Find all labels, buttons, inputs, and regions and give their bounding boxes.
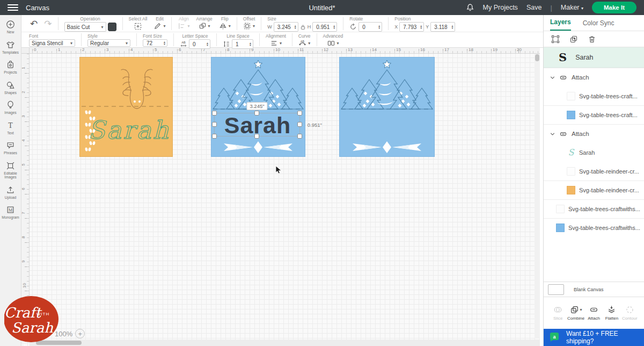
color-swatch[interactable]: [108, 23, 116, 31]
zoom-in-button[interactable]: +: [75, 329, 85, 338]
layer-row[interactable]: Svg-table-trees-craftwiths...: [544, 199, 644, 218]
sidebar-item-label: Shapes: [4, 91, 17, 95]
layer-group-attach[interactable]: Attach: [544, 68, 644, 86]
rotate-icon[interactable]: [349, 23, 357, 31]
sidebar-item-templates[interactable]: Templates: [0, 38, 21, 58]
line-space-input[interactable]: 1 ▲▼: [232, 39, 253, 49]
selection-handle[interactable]: [297, 111, 302, 116]
flatten-tool-button[interactable]: Flatten: [603, 305, 620, 321]
horizontal-scrollbar[interactable]: [30, 340, 540, 346]
blank-canvas-row[interactable]: Blank Canvas: [544, 282, 644, 297]
sidebar-item-upload[interactable]: Upload: [0, 183, 21, 203]
ruler-number: 4: [21, 139, 26, 141]
promo-banner[interactable]: a Want £10 + FREE shipping?: [544, 329, 644, 346]
hamburger-menu-icon[interactable]: [8, 4, 18, 11]
letter-space-group: Letter Space AB 0 ▲▼: [177, 32, 214, 47]
position-y-input[interactable]: 3.118 ▲▼: [430, 22, 455, 32]
ruler-number: 5: [155, 47, 157, 52]
height-input[interactable]: 0.951 ▲▼: [312, 22, 337, 32]
duplicate-icon[interactable]: [569, 35, 578, 44]
layer-row[interactable]: Svg-table-trees-craft...: [544, 86, 644, 105]
layer-row[interactable]: Svg-table-trees-craft...: [544, 105, 644, 124]
layers-panel: Layers Color Sync ▲ S S: [543, 15, 644, 346]
trash-icon[interactable]: [588, 35, 596, 44]
sidebar-item-editable-images[interactable]: EditableImages: [0, 158, 21, 183]
selection-handle[interactable]: [297, 122, 302, 127]
stepper[interactable]: ▲▼: [206, 42, 209, 46]
attach-tool-button[interactable]: Attach: [585, 305, 603, 321]
chevron-down-icon[interactable]: [549, 131, 556, 138]
layer-row-selected[interactable]: S Sarah: [544, 47, 644, 68]
position-x-input[interactable]: 7.793 ▲▼: [399, 22, 424, 32]
sidebar-item-text[interactable]: T Text: [0, 118, 21, 139]
selection-handle[interactable]: [254, 111, 259, 116]
chevron-down-icon[interactable]: [549, 74, 556, 81]
combine-tool-button[interactable]: ▾ Combine: [567, 305, 584, 321]
undo-button[interactable]: ↶: [27, 15, 41, 32]
operation-group: Operation Basic Cut▾: [61, 15, 120, 32]
my-projects-link[interactable]: My Projects: [483, 4, 518, 11]
stepper[interactable]: ▲▼: [249, 42, 252, 46]
layer-row[interactable]: Svg-table-reindeer-cr...: [544, 162, 644, 181]
select-all-icon: [134, 22, 142, 31]
font-size-input[interactable]: 72 ▲▼: [143, 39, 167, 47]
stepper[interactable]: ▲▼: [378, 25, 380, 29]
panel-tabs: Layers Color Sync: [544, 15, 644, 31]
save-link[interactable]: Save: [526, 4, 542, 11]
layer-row[interactable]: Svg-table-trees-craftwiths...: [544, 218, 644, 237]
style-select[interactable]: Regular▾: [87, 39, 130, 47]
redo-button[interactable]: ↷: [41, 15, 55, 32]
stepper[interactable]: ▲▼: [163, 41, 166, 45]
design-canvas[interactable]: 01234567891011121314151617181920 1234567…: [21, 48, 540, 346]
edit-button[interactable]: Edit ▾: [150, 15, 169, 32]
sidebar-item-projects[interactable]: Projects: [0, 57, 21, 78]
advanced-button[interactable]: Advanced ▾: [320, 32, 347, 47]
flip-button[interactable]: Flip ▾: [216, 15, 234, 32]
machine-select[interactable]: Maker ▾: [561, 4, 583, 11]
tab-color-sync[interactable]: Color Sync: [583, 19, 614, 31]
sidebar-item-shapes[interactable]: Shapes: [0, 78, 21, 98]
stepper[interactable]: ▲▼: [333, 25, 335, 29]
group-icon[interactable]: [551, 35, 560, 44]
selection-handle[interactable]: [212, 122, 217, 127]
scrollbar-thumb[interactable]: [535, 54, 539, 61]
selection-handle[interactable]: [212, 134, 217, 139]
vertical-scrollbar[interactable]: [535, 54, 540, 338]
stepper[interactable]: ▲▼: [294, 25, 297, 29]
font-select[interactable]: Signa Stencil▾: [29, 39, 75, 47]
sidebar-item-monogram[interactable]: M Monogram: [0, 203, 21, 223]
selection-handle[interactable]: [254, 134, 259, 139]
size-group: Size W 3.245 ▲▼ H 0.951 ▲▼: [264, 15, 340, 32]
layer-row[interactable]: Svg-table-reindeer-cr...: [544, 181, 644, 199]
layer-group-attach[interactable]: Attach: [544, 124, 644, 143]
tab-layers[interactable]: Layers: [550, 18, 571, 31]
sidebar-item-phrases[interactable]: Phrases: [0, 138, 21, 158]
make-it-button[interactable]: Make It: [592, 2, 636, 13]
stepper[interactable]: ▲▼: [451, 25, 453, 29]
stepper[interactable]: ▲▼: [420, 25, 422, 29]
lock-icon[interactable]: [300, 24, 306, 30]
arrange-button[interactable]: Arrange ▾: [193, 15, 216, 32]
operation-select[interactable]: Basic Cut▾: [64, 22, 106, 32]
curve-icon: AB: [298, 39, 306, 47]
chevron-down-icon: ▾: [229, 24, 231, 28]
select-all-button[interactable]: Select All: [126, 15, 151, 32]
sidebar-item-images[interactable]: Images: [0, 98, 21, 118]
bell-icon[interactable]: [466, 3, 474, 12]
blank-canvas-label: Blank Canvas: [574, 287, 604, 292]
offset-button[interactable]: Offset ▾: [240, 15, 259, 32]
blank-canvas-swatch[interactable]: [548, 284, 564, 295]
letter-space-input[interactable]: 0 ▲▼: [189, 39, 210, 49]
reindeer-place-card[interactable]: Sarah: [79, 57, 173, 157]
sidebar-item-new[interactable]: New: [0, 17, 21, 38]
selection-handle[interactable]: [297, 134, 302, 139]
alignment-button[interactable]: Alignment ▾: [262, 32, 289, 47]
layer-group-label: Attach: [572, 74, 589, 81]
selection-bounding-box[interactable]: 3.245" 0.951": [214, 113, 300, 136]
selection-handle[interactable]: [212, 111, 217, 116]
width-input[interactable]: 3.245 ▲▼: [274, 22, 298, 32]
trees-place-card[interactable]: [339, 57, 435, 157]
layer-row[interactable]: SSarah: [544, 143, 644, 162]
curve-button[interactable]: Curve AB ▾: [295, 32, 314, 47]
rotate-input[interactable]: 0 ▲▼: [358, 22, 382, 32]
